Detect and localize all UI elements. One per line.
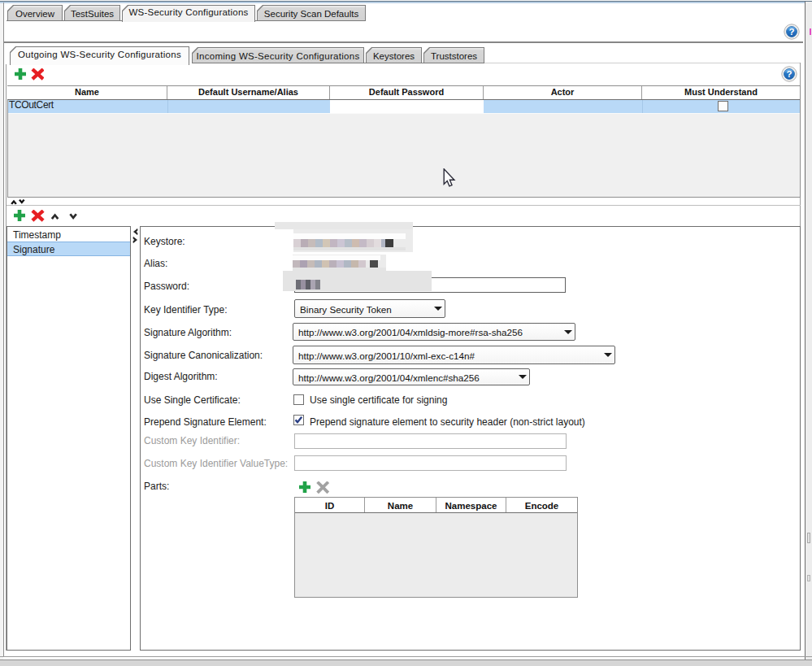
svg-text:?: ? bbox=[788, 27, 794, 37]
svg-text:?: ? bbox=[786, 69, 792, 79]
